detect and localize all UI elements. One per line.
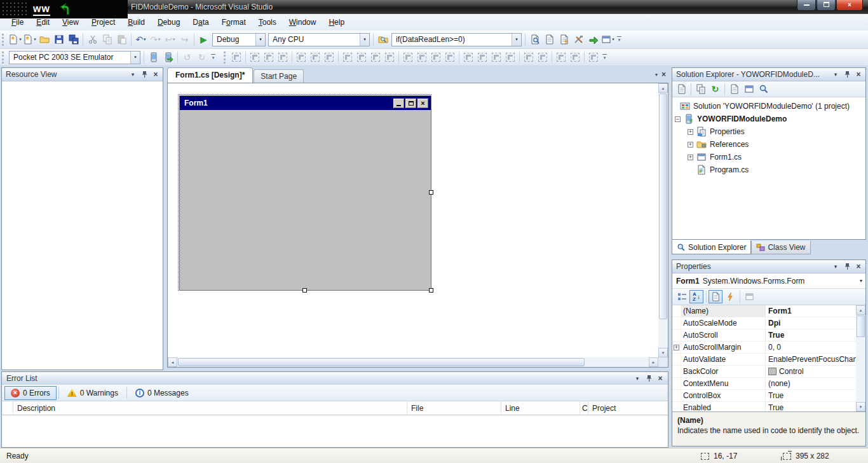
designer-surface[interactable]: Form1 × ▲ ▼ ◄ ► bbox=[167, 83, 668, 368]
make-same-width-icon[interactable] bbox=[343, 53, 352, 62]
expand-icon[interactable]: + bbox=[688, 129, 693, 135]
pin-icon[interactable] bbox=[842, 70, 852, 79]
make-horizontal-spacing-equal-icon[interactable] bbox=[403, 53, 412, 62]
toolbar-overflow-button[interactable]: ▾ bbox=[615, 36, 623, 43]
property-grid-scrollbar[interactable]: ▲ ▼ bbox=[856, 305, 865, 411]
undo-button[interactable]: ↶▾ bbox=[133, 32, 148, 47]
scrollbar-thumb[interactable] bbox=[857, 315, 865, 337]
pin-icon[interactable] bbox=[644, 374, 654, 384]
window-minimize-button[interactable] bbox=[797, 0, 816, 11]
center-horizontally-icon[interactable] bbox=[524, 53, 533, 62]
snap-to-grid-icon[interactable] bbox=[232, 53, 241, 62]
warnings-filter-button[interactable]: ! 0 Warnings bbox=[61, 386, 125, 400]
toolbar-overflow-button[interactable]: ▾ bbox=[600, 54, 609, 60]
property-row-name[interactable]: (Name)Form1 bbox=[672, 305, 856, 317]
menu-format[interactable]: Format bbox=[215, 15, 252, 29]
property-row-backcolor[interactable]: BackColor Control bbox=[672, 366, 856, 378]
properties-header[interactable]: Properties ▾ × bbox=[672, 260, 865, 273]
solution-explorer-header[interactable]: Solution Explorer - YOWORFIDModuleD... ▾… bbox=[672, 68, 865, 81]
connect-device-button[interactable] bbox=[161, 50, 175, 65]
toolbox-button[interactable] bbox=[571, 32, 586, 47]
remove-horizontal-spacing-icon[interactable] bbox=[445, 53, 454, 62]
close-icon[interactable]: × bbox=[151, 70, 161, 79]
collapse-icon[interactable]: − bbox=[675, 116, 681, 122]
scrollbar-thumb[interactable] bbox=[659, 93, 667, 319]
expand-icon[interactable]: + bbox=[674, 345, 679, 350]
properties-button[interactable] bbox=[674, 82, 689, 97]
new-project-button[interactable]: ▾ bbox=[8, 32, 22, 47]
tree-item-references[interactable]: + References bbox=[672, 138, 865, 151]
designer-horizontal-scrollbar[interactable]: ◄ ► bbox=[168, 357, 658, 367]
rotate-left-button[interactable]: ↺ bbox=[180, 50, 194, 65]
resource-view-header[interactable]: Resource View ▾ × bbox=[2, 68, 163, 81]
property-row-autovalidate[interactable]: AutoValidateEnablePreventFocusChange bbox=[672, 354, 856, 366]
property-row-autoscroll[interactable]: AutoScrollTrue bbox=[672, 329, 856, 342]
remove-vertical-spacing-icon[interactable] bbox=[506, 53, 515, 62]
form-titlebar[interactable]: Form1 × bbox=[180, 96, 431, 110]
decrease-vertical-spacing-icon[interactable] bbox=[492, 53, 501, 62]
toolbar-grip[interactable] bbox=[2, 52, 5, 64]
scrollbar-thumb[interactable] bbox=[178, 358, 585, 366]
redo-button[interactable]: ↷▾ bbox=[148, 32, 163, 47]
errors-filter-button[interactable]: × 0 Errors bbox=[4, 386, 57, 400]
find-combo[interactable]: if(DataReadLen>=0)▾ bbox=[391, 33, 522, 46]
code-snippets-button[interactable] bbox=[557, 32, 571, 47]
column-line[interactable]: Line bbox=[501, 401, 580, 415]
align-tops-icon[interactable] bbox=[297, 53, 306, 62]
close-icon[interactable]: × bbox=[853, 262, 864, 272]
start-debug-button[interactable]: ▶ bbox=[196, 32, 211, 47]
save-all-button[interactable] bbox=[66, 32, 81, 47]
scroll-up-icon[interactable]: ▲ bbox=[856, 305, 865, 315]
align-centers-icon[interactable] bbox=[264, 53, 273, 62]
scroll-right-icon[interactable]: ► bbox=[649, 357, 658, 367]
designer-vertical-scrollbar[interactable]: ▲ ▼ bbox=[658, 83, 668, 357]
object-selector-combo[interactable]: Form1 System.Windows.Forms.Form ▾ bbox=[672, 273, 865, 289]
find-folder-icon[interactable] bbox=[376, 32, 390, 47]
scroll-down-icon[interactable]: ▼ bbox=[658, 348, 668, 357]
copy-button[interactable] bbox=[100, 32, 114, 47]
document-list-icon[interactable]: ▾ bbox=[655, 72, 658, 78]
column-column[interactable]: C bbox=[580, 401, 588, 415]
properties-view-button[interactable] bbox=[709, 290, 722, 303]
view-code-button[interactable] bbox=[727, 82, 742, 97]
column-description[interactable]: Description bbox=[13, 401, 407, 415]
decrease-horizontal-spacing-icon[interactable] bbox=[431, 53, 440, 62]
resize-handle-right[interactable] bbox=[429, 190, 433, 195]
toolbar-grip[interactable] bbox=[224, 52, 227, 64]
platform-combo[interactable]: Any CPU▾ bbox=[268, 33, 370, 46]
resize-handle-corner[interactable] bbox=[429, 288, 433, 293]
property-row-contextmenu[interactable]: ContextMenu(none) bbox=[672, 378, 856, 390]
toolbar-grip[interactable] bbox=[2, 34, 5, 46]
make-vertical-spacing-equal-icon[interactable] bbox=[464, 53, 473, 62]
property-row-autoscalemode[interactable]: AutoScaleModeDpi bbox=[672, 317, 856, 329]
tree-item-form1cs[interactable]: + Form1.cs bbox=[672, 151, 865, 163]
close-icon[interactable]: × bbox=[853, 70, 864, 79]
form-client-area[interactable] bbox=[180, 110, 431, 290]
make-same-height-icon[interactable] bbox=[357, 53, 366, 62]
scroll-left-icon[interactable]: ◄ bbox=[168, 357, 177, 367]
device-options-button[interactable] bbox=[146, 50, 161, 65]
window-close-button[interactable]: × bbox=[836, 0, 863, 11]
configuration-combo[interactable]: Debug▾ bbox=[212, 33, 266, 46]
menu-help[interactable]: Help bbox=[322, 15, 351, 29]
menu-debug[interactable]: Debug bbox=[151, 15, 186, 29]
increase-vertical-spacing-icon[interactable] bbox=[478, 53, 487, 62]
expand-icon[interactable]: + bbox=[688, 155, 693, 160]
tab-start-page[interactable]: Start Page bbox=[254, 69, 304, 83]
tab-solution-explorer[interactable]: Solution Explorer bbox=[672, 240, 751, 254]
align-bottoms-icon[interactable] bbox=[325, 53, 334, 62]
tree-item-solution[interactable]: Solution 'YOWORFIDModuleDemo' (1 project… bbox=[672, 100, 865, 113]
events-button[interactable] bbox=[723, 290, 737, 303]
window-position-menu-icon[interactable]: ▾ bbox=[632, 374, 642, 384]
align-middles-icon[interactable] bbox=[311, 53, 320, 62]
tree-item-programcs[interactable]: # Program.cs bbox=[672, 163, 865, 176]
refresh-button[interactable]: ↻ bbox=[708, 82, 722, 97]
property-pages-button[interactable] bbox=[742, 290, 756, 303]
window-position-menu-icon[interactable]: ▾ bbox=[831, 70, 841, 79]
expand-icon[interactable]: + bbox=[688, 142, 693, 148]
tab-class-view[interactable]: Class View bbox=[751, 241, 810, 254]
view-designer-button[interactable] bbox=[742, 82, 756, 97]
scroll-down-icon[interactable]: ▼ bbox=[856, 402, 865, 411]
error-list-header[interactable]: Error List ▾ × bbox=[2, 372, 668, 385]
scroll-up-icon[interactable]: ▲ bbox=[658, 83, 668, 93]
